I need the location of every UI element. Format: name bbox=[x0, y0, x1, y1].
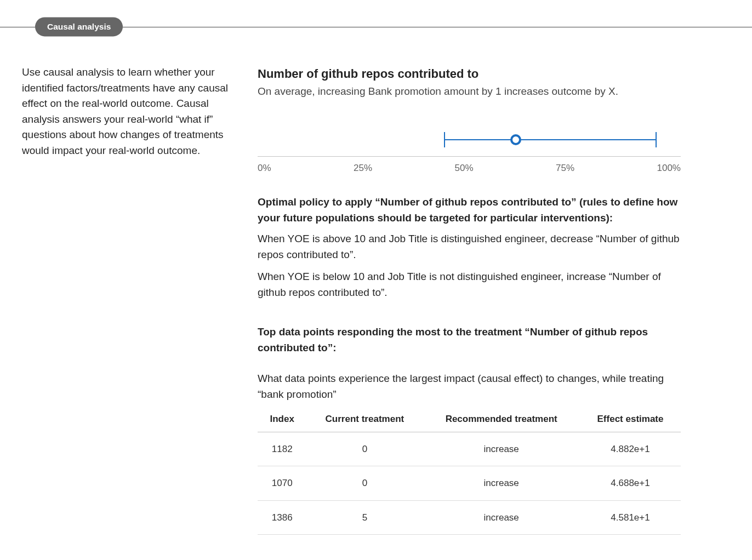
top-points-table: Index Current treatment Recommended trea… bbox=[258, 407, 681, 535]
th-recommended: Recommended treatment bbox=[423, 407, 580, 432]
table-row: 10700increase4.688e+1 bbox=[258, 466, 681, 501]
table-cell: increase bbox=[423, 432, 580, 466]
table-cell: increase bbox=[423, 500, 580, 535]
table-row: 11820increase4.882e+1 bbox=[258, 432, 681, 466]
table-cell: 4.581e+1 bbox=[580, 500, 681, 535]
table-cell: 1386 bbox=[258, 500, 306, 535]
table-row: 13865increase4.581e+1 bbox=[258, 500, 681, 535]
intro-text: Use causal analysis to learn whether you… bbox=[22, 65, 236, 158]
table-cell: 0 bbox=[306, 466, 423, 501]
top-points-heading: Top data points responding the most to t… bbox=[258, 324, 681, 356]
th-current: Current treatment bbox=[306, 407, 423, 432]
table-cell: 1070 bbox=[258, 466, 306, 501]
section-divider: Causal analysis bbox=[0, 21, 752, 33]
chart-axis bbox=[258, 130, 681, 157]
table-cell: 1182 bbox=[258, 432, 306, 466]
right-column: Number of github repos contributed to On… bbox=[258, 65, 730, 535]
table-cell: 0 bbox=[306, 432, 423, 466]
table-cell: 5 bbox=[306, 500, 423, 535]
optimal-policy-heading: Optimal policy to apply “Number of githu… bbox=[258, 195, 681, 226]
tick: 25% bbox=[354, 161, 372, 175]
policy-rule-1: When YOE is above 10 and Job Title is di… bbox=[258, 231, 681, 262]
table-cell: 4.688e+1 bbox=[580, 466, 681, 501]
tick: 75% bbox=[556, 161, 574, 175]
table-cell: increase bbox=[423, 466, 580, 501]
ci-point bbox=[510, 134, 521, 145]
ci-chart: 0% 25% 50% 75% 100% bbox=[258, 121, 681, 175]
chart-ticks: 0% 25% 50% 75% 100% bbox=[258, 161, 681, 175]
left-column: Use causal analysis to learn whether you… bbox=[22, 65, 236, 535]
table-cell: 4.882e+1 bbox=[580, 432, 681, 466]
tick: 0% bbox=[258, 161, 271, 175]
tick: 100% bbox=[657, 161, 680, 175]
th-index: Index bbox=[258, 407, 306, 432]
top-points-desc: What data points experience the largest … bbox=[258, 371, 681, 402]
treatment-subtitle: On average, increasing Bank promotion am… bbox=[258, 84, 681, 100]
ci-upper-cap bbox=[656, 132, 657, 147]
main-content: Use causal analysis to learn whether you… bbox=[0, 33, 752, 557]
ci-bar bbox=[444, 139, 656, 140]
table-header-row: Index Current treatment Recommended trea… bbox=[258, 407, 681, 432]
tick: 50% bbox=[455, 161, 474, 175]
th-effect: Effect estimate bbox=[580, 407, 681, 432]
section-pill: Causal analysis bbox=[35, 17, 123, 36]
policy-rule-2: When YOE is below 10 and Job Title is no… bbox=[258, 269, 681, 300]
treatment-title: Number of github repos contributed to bbox=[258, 65, 681, 83]
